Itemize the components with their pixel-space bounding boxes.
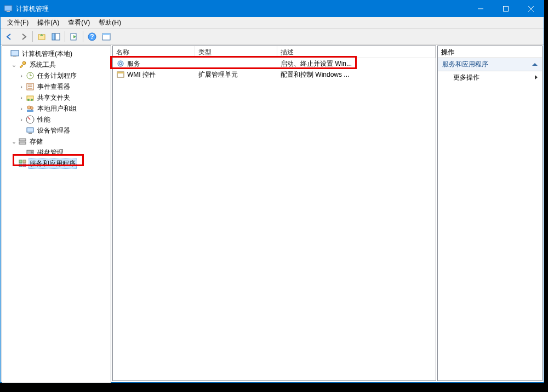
menu-help[interactable]: 帮助(H) xyxy=(95,17,124,29)
svg-point-26 xyxy=(31,99,33,101)
svg-rect-1 xyxy=(7,11,10,12)
tools-icon xyxy=(18,60,27,69)
help-button[interactable]: ? xyxy=(85,30,99,43)
svg-rect-3 xyxy=(504,7,509,12)
perf-icon xyxy=(25,115,35,124)
main-body: 计算机管理(本地) ⌄ 系统工具 › 任务计划程序 › 事件查看器 › 共享文件 xyxy=(1,44,544,382)
computer-management-window: 计算机管理 文件(F) 操作(A) 查看(V) 帮助(H) ? 计算机管理(本 xyxy=(0,0,544,383)
svg-rect-42 xyxy=(23,164,26,167)
tree-shared[interactable]: › 共享文件夹 xyxy=(2,92,111,103)
svg-point-38 xyxy=(31,151,33,154)
list-row-services[interactable]: 服务 启动、终止并设置 Win... xyxy=(113,58,436,69)
svg-text:?: ? xyxy=(90,33,94,41)
show-hide-action-button[interactable] xyxy=(100,30,113,43)
tree-devmgr[interactable]: 设备管理器 xyxy=(2,125,111,136)
export-button[interactable] xyxy=(67,30,81,43)
eventlog-icon xyxy=(25,82,35,91)
expand-icon[interactable]: › xyxy=(18,83,25,90)
expand-icon[interactable]: › xyxy=(18,72,25,79)
device-icon xyxy=(25,126,35,135)
nav-back-button[interactable] xyxy=(3,30,16,43)
app-icon xyxy=(4,4,13,13)
nav-forward-button[interactable] xyxy=(17,30,30,43)
svg-rect-39 xyxy=(19,160,22,163)
svg-rect-0 xyxy=(4,5,12,11)
list-pane: 名称 类型 描述 服务 启动、终止并设置 Win... WMI 控件 扩展管理单… xyxy=(112,46,436,381)
list-row-wmi[interactable]: WMI 控件 扩展管理单元 配置和控制 Windows ... xyxy=(113,69,436,80)
svg-point-25 xyxy=(27,99,30,101)
svg-rect-41 xyxy=(19,164,22,167)
svg-rect-15 xyxy=(13,56,16,57)
wmi-icon xyxy=(116,70,125,79)
show-hide-tree-button[interactable] xyxy=(49,30,62,43)
action-more[interactable]: 更多操作 xyxy=(438,71,542,83)
svg-rect-13 xyxy=(102,33,110,35)
tree-perf[interactable]: › 性能 xyxy=(2,114,111,125)
svg-point-16 xyxy=(22,61,26,65)
svg-rect-14 xyxy=(11,50,19,56)
menubar: 文件(F) 操作(A) 查看(V) 帮助(H) xyxy=(1,17,544,29)
expand-icon[interactable]: › xyxy=(18,105,25,112)
svg-rect-46 xyxy=(117,72,124,73)
svg-rect-33 xyxy=(27,128,33,132)
actions-section[interactable]: 服务和应用程序 xyxy=(438,58,542,71)
svg-rect-35 xyxy=(19,139,26,141)
submenu-arrow-icon xyxy=(535,75,538,79)
svg-rect-8 xyxy=(55,33,60,40)
menu-view[interactable]: 查看(V) xyxy=(65,17,93,29)
window-title: 计算机管理 xyxy=(16,4,468,14)
tree-tasks[interactable]: › 任务计划程序 xyxy=(2,70,111,81)
close-button[interactable] xyxy=(518,1,544,17)
collapse-up-icon xyxy=(532,63,538,66)
titlebar[interactable]: 计算机管理 xyxy=(1,1,544,17)
storage-icon xyxy=(18,137,27,146)
tree-disk[interactable]: 磁盘管理 xyxy=(2,147,111,158)
expand-icon[interactable]: › xyxy=(18,116,25,123)
toolbar-separator xyxy=(83,31,83,42)
tree-events[interactable]: › 事件查看器 xyxy=(2,81,111,92)
svg-rect-7 xyxy=(52,33,55,40)
services-icon xyxy=(18,159,27,168)
tree-users[interactable]: › 本地用户和组 xyxy=(2,103,111,114)
column-headers[interactable]: 名称 类型 描述 xyxy=(113,46,436,58)
col-name[interactable]: 名称 xyxy=(113,46,195,58)
disk-icon xyxy=(25,148,35,157)
shared-folder-icon xyxy=(25,93,35,102)
toolbar-separator xyxy=(32,31,33,42)
svg-point-44 xyxy=(119,63,122,65)
toolbar: ? xyxy=(1,29,544,44)
svg-rect-36 xyxy=(19,142,26,144)
menu-file[interactable]: 文件(F) xyxy=(4,17,32,29)
actions-pane: 操作 服务和应用程序 更多操作 xyxy=(437,46,543,381)
tree-svcapps[interactable]: › 服务和应用程序 xyxy=(2,158,111,169)
gear-icon xyxy=(116,59,125,68)
tree-storage[interactable]: ⌄ 存储 xyxy=(2,136,111,147)
computer-icon xyxy=(10,49,20,58)
expand-icon[interactable]: › xyxy=(10,160,18,167)
col-type[interactable]: 类型 xyxy=(195,46,277,58)
col-desc[interactable]: 描述 xyxy=(277,46,436,58)
nav-tree[interactable]: 计算机管理(本地) ⌄ 系统工具 › 任务计划程序 › 事件查看器 › 共享文件 xyxy=(2,46,111,383)
clock-icon xyxy=(25,71,35,80)
users-icon xyxy=(25,104,35,113)
menu-action[interactable]: 操作(A) xyxy=(34,17,62,29)
collapse-icon[interactable]: ⌄ xyxy=(10,61,18,69)
toolbar-separator xyxy=(65,31,65,42)
actions-header: 操作 xyxy=(438,46,542,58)
svg-point-27 xyxy=(27,106,31,109)
collapse-icon[interactable]: ⌄ xyxy=(10,138,18,145)
svg-rect-29 xyxy=(27,110,33,112)
svg-rect-40 xyxy=(23,160,26,163)
svg-rect-34 xyxy=(28,133,32,134)
up-button[interactable] xyxy=(35,30,48,43)
minimize-button[interactable] xyxy=(468,1,493,17)
tree-systools[interactable]: ⌄ 系统工具 xyxy=(2,59,111,70)
expand-icon[interactable]: › xyxy=(18,94,25,101)
svg-point-28 xyxy=(31,107,33,110)
tree-root[interactable]: 计算机管理(本地) xyxy=(2,48,111,59)
maximize-button[interactable] xyxy=(493,1,518,17)
